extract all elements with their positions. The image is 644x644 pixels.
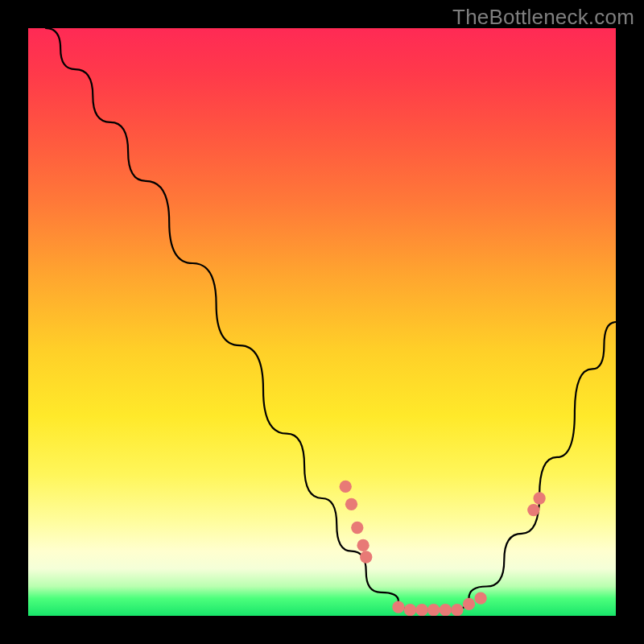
data-marker xyxy=(360,551,372,563)
data-marker xyxy=(345,498,357,510)
bottleneck-curve xyxy=(46,28,616,610)
data-marker xyxy=(474,592,486,604)
data-marker xyxy=(357,539,369,551)
data-marker xyxy=(440,604,452,616)
data-marker xyxy=(463,598,475,610)
data-marker xyxy=(404,604,416,616)
data-markers-group xyxy=(340,481,546,616)
data-marker xyxy=(533,492,545,504)
data-marker xyxy=(427,604,440,616)
data-marker xyxy=(392,601,404,613)
data-marker xyxy=(527,504,539,516)
data-marker xyxy=(415,604,427,616)
chart-overlay xyxy=(28,28,616,616)
data-marker xyxy=(340,481,352,493)
data-marker xyxy=(351,522,363,534)
watermark-label: TheBottleneck.com xyxy=(452,5,634,30)
data-marker xyxy=(451,604,463,616)
chart-stage: TheBottleneck.com xyxy=(0,0,644,644)
